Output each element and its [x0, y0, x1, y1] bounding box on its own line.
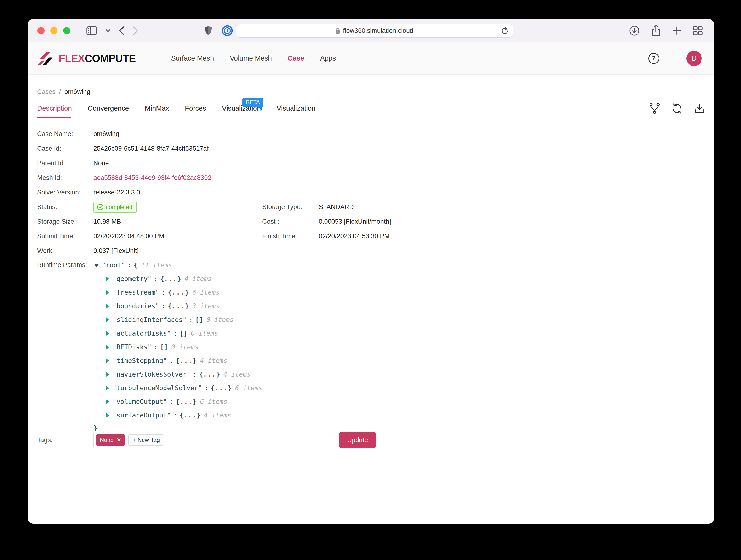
beta-badge: BETA [243, 98, 263, 107]
app-header: FLEXCOMPUTE Surface Mesh Volume Mesh Cas… [28, 42, 714, 75]
json-tree-close-brace: } [93, 422, 262, 433]
zoom-window-button[interactable] [63, 27, 70, 34]
downloads-icon[interactable] [629, 25, 640, 36]
address-bar[interactable]: flow360.simulation.cloud [235, 24, 513, 38]
nav-surface-mesh[interactable]: Surface Mesh [171, 54, 214, 62]
browser-window: flow360.simulation.cloud [28, 19, 714, 523]
nav-case[interactable]: Case [288, 54, 304, 62]
tag-none: None ✕ [96, 434, 125, 445]
field-work: Work: 0.037 [FlexUnit] [37, 243, 714, 258]
field-status-storage-type: Status: completed Storage Type: STANDARD [37, 200, 714, 214]
header-divider [673, 42, 673, 74]
tab-visualization[interactable]: Visualization [277, 104, 316, 112]
collapse-icon[interactable] [94, 264, 99, 267]
window-controls [38, 27, 70, 34]
json-tree-row[interactable]: "navierStokesSolver" : { ... } 4 items [106, 367, 262, 381]
reload-icon[interactable] [501, 26, 509, 35]
expand-icon[interactable] [106, 372, 109, 376]
nav-volume-mesh[interactable]: Volume Mesh [230, 54, 272, 62]
url-text: flow360.simulation.cloud [343, 27, 413, 34]
breadcrumb-separator: / [59, 88, 61, 95]
field-submit-finish-time: Submit Time: 02/20/2023 04:48:00 PM Fini… [37, 229, 714, 243]
json-tree-root-row[interactable]: "root" : { 11 items [93, 258, 262, 272]
status-badge: completed [93, 202, 137, 213]
expand-icon[interactable] [106, 277, 109, 281]
mesh-id-link[interactable]: aea5588d-8453-44e9-93f4-fe6f02ac8302 [93, 174, 211, 182]
tab-minmax[interactable]: MinMax [145, 104, 169, 112]
expand-icon[interactable] [106, 386, 109, 390]
sidebar-chevron-down-icon[interactable] [106, 29, 111, 32]
browser-toolbar: flow360.simulation.cloud [28, 19, 714, 42]
field-runtime-params: Runtime Params: "root" : { 11 items "geo… [37, 258, 714, 433]
forward-button[interactable] [133, 26, 138, 35]
json-tree-row[interactable]: "timeStepping" : { ... } 4 items [106, 354, 262, 367]
json-tree-row[interactable]: "actuatorDisks" : [ ] 0 items [106, 327, 262, 340]
json-tree-row[interactable]: "turbulenceModelSolver" : { ... } 6 item… [106, 381, 262, 395]
new-tab-icon[interactable] [672, 26, 682, 36]
expand-icon[interactable] [106, 359, 109, 363]
nav-apps[interactable]: Apps [320, 54, 336, 62]
fork-case-icon[interactable] [650, 103, 660, 114]
lock-icon [335, 27, 340, 34]
case-details: Case Name: om6wing Case Id: 25426c09-6c5… [37, 127, 714, 448]
breadcrumb-cases-link[interactable]: Cases [37, 88, 56, 95]
user-avatar[interactable]: D [686, 51, 702, 66]
tab-description[interactable]: Description [37, 104, 72, 112]
update-tags-button[interactable]: Update [339, 432, 376, 448]
main-nav: Surface Mesh Volume Mesh Case Apps [171, 54, 336, 62]
new-tag-button[interactable]: + New Tag [128, 434, 164, 445]
sidebar-toggle-icon[interactable] [86, 26, 97, 36]
minimize-window-button[interactable] [50, 27, 58, 34]
field-tags: Tags: None ✕ + New Tag Update [37, 432, 714, 448]
active-tab-underline [37, 117, 71, 118]
download-case-icon[interactable] [694, 103, 704, 114]
help-icon[interactable]: ? [648, 53, 659, 64]
tags-input[interactable]: None ✕ + New Tag [93, 432, 335, 448]
expand-icon[interactable] [106, 345, 109, 349]
field-mesh-id: Mesh Id: aea5588d-8453-44e9-93f4-fe6f02a… [37, 170, 714, 185]
json-tree-row[interactable]: "BETDisks" : [ ] 0 items [106, 340, 262, 354]
tree-indent-guide [97, 272, 97, 422]
refresh-icon[interactable] [672, 103, 683, 114]
expand-icon[interactable] [106, 290, 109, 295]
json-tree-row[interactable]: "slidingInterfaces" : [ ] 0 items [106, 313, 262, 327]
breadcrumb-current: om6wing [64, 88, 90, 95]
expand-icon[interactable] [106, 318, 109, 322]
expand-icon[interactable] [106, 331, 109, 336]
tab-overview-icon[interactable] [693, 25, 703, 36]
tab-convergence[interactable]: Convergence [88, 104, 129, 112]
expand-icon[interactable] [106, 304, 109, 308]
flexcompute-logo-text: FLEXCOMPUTE [59, 53, 136, 64]
json-tree-row[interactable]: "volumeOutput" : { ... } 6 items [106, 395, 262, 408]
field-parent-id: Parent Id: None [37, 156, 714, 170]
privacy-shield-icon[interactable] [205, 26, 212, 36]
tab-forces[interactable]: Forces [185, 104, 206, 112]
field-solver-version: Solver Version: release-22.3.3.0 [37, 185, 714, 200]
flexcompute-logo-mark [37, 51, 55, 66]
field-storage-size-cost: Storage Size: 10.98 MB Cost : 0.00053 [F… [37, 214, 714, 229]
field-case-name: Case Name: om6wing [37, 127, 714, 141]
json-tree-row[interactable]: "surfaceOutput" : { ... } 4 items [106, 408, 262, 422]
json-tree: "root" : { 11 items "geometry" : { ... } [93, 258, 262, 433]
expand-icon[interactable] [106, 400, 109, 404]
share-icon[interactable] [651, 25, 661, 37]
json-tree-row[interactable]: "geometry" : { ... } 4 items [106, 272, 262, 285]
json-tree-row[interactable]: "freestream" : { ... } 6 items [106, 285, 262, 299]
tag-remove-icon[interactable]: ✕ [116, 437, 121, 443]
back-button[interactable] [119, 26, 125, 35]
expand-icon[interactable] [106, 413, 109, 417]
case-detail-page: Cases / om6wing Description Convergence … [28, 75, 714, 448]
close-window-button[interactable] [38, 27, 45, 34]
case-tabs: Description Convergence MinMax Forces Vi… [37, 104, 704, 118]
flexcompute-logo[interactable]: FLEXCOMPUTE [37, 51, 136, 66]
breadcrumb: Cases / om6wing [37, 88, 714, 95]
password-manager-icon[interactable] [222, 25, 233, 36]
json-tree-row[interactable]: "boundaries" : { ... } 3 items [106, 299, 262, 313]
check-circle-icon [97, 204, 104, 210]
field-case-id: Case Id: 25426c09-6c51-4148-8fa7-44cff53… [37, 141, 714, 156]
